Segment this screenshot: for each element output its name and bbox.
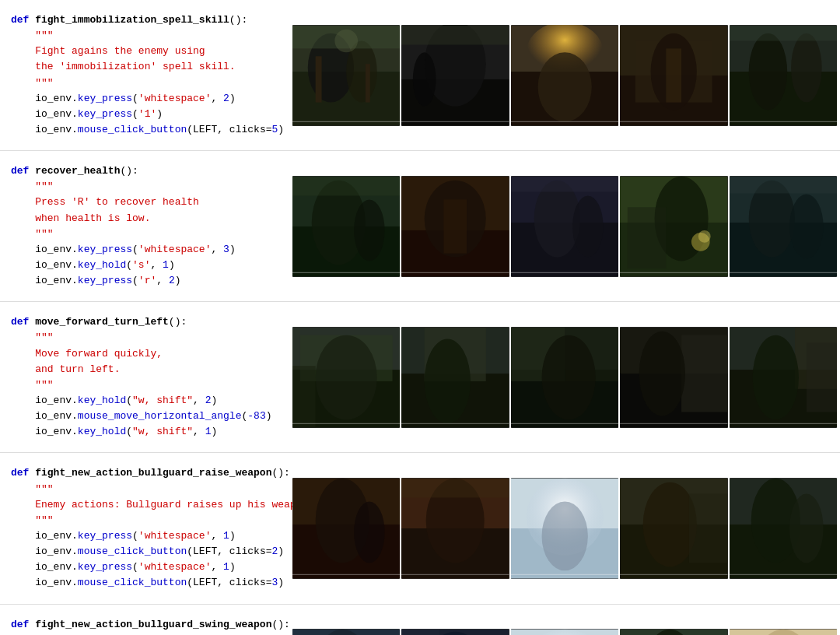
svg-rect-140 <box>730 630 837 635</box>
row-bullguard-raise-weapon: def fight_new_action_bullguard_raise_wea… <box>0 453 840 604</box>
images-panel-4 <box>288 461 840 595</box>
svg-rect-81 <box>681 335 727 412</box>
svg-rect-24 <box>667 48 682 102</box>
svg-rect-6 <box>316 56 322 102</box>
svg-rect-36 <box>292 176 400 195</box>
svg-point-82 <box>639 331 685 416</box>
game-img-3-4 <box>620 327 727 428</box>
game-img-3-1 <box>292 327 400 428</box>
svg-point-54 <box>698 230 711 243</box>
game-img-1-5 <box>730 25 837 126</box>
game-img-3-3 <box>511 327 618 428</box>
code-panel-4: def fight_new_action_bullguard_raise_wea… <box>0 461 288 595</box>
game-img-5-3 <box>511 629 618 635</box>
game-img-4-3 <box>511 478 618 579</box>
svg-point-107 <box>643 482 697 567</box>
images-panel-5: 公众号 量子位 <box>288 612 840 636</box>
game-img-1-4 <box>620 25 727 126</box>
row-fight-immobilization: def fight_immobilization_spell_skill(): … <box>0 0 840 151</box>
svg-point-18 <box>537 52 591 121</box>
svg-rect-108 <box>689 493 727 563</box>
row-move-forward-turn-left: def move_forward_turn_left(): """ Move f… <box>0 302 840 453</box>
code-panel-2: def recover_health(): """ Press 'R' to r… <box>0 159 288 293</box>
svg-rect-118 <box>292 630 400 635</box>
game-img-5-5 <box>730 629 837 635</box>
game-img-3-2 <box>401 327 509 428</box>
svg-rect-123 <box>401 630 439 635</box>
svg-point-71 <box>425 339 471 423</box>
svg-point-29 <box>791 33 822 102</box>
svg-point-103 <box>541 501 587 570</box>
game-img-5-4: 公众号 量子位 <box>620 629 727 635</box>
game-img-1-1 <box>292 25 400 126</box>
game-img-4-1 <box>292 478 400 579</box>
game-img-2-3 <box>511 176 618 277</box>
game-img-5-1 <box>292 629 400 635</box>
code-panel-5: def fight_new_action_bullguard_swing_wea… <box>0 612 288 636</box>
game-img-2-5 <box>730 176 837 277</box>
svg-rect-30 <box>730 25 837 40</box>
svg-point-113 <box>789 493 823 563</box>
svg-rect-60 <box>730 176 837 193</box>
game-img-1-3 <box>511 25 618 126</box>
svg-point-12 <box>413 52 436 106</box>
svg-rect-7 <box>366 64 370 102</box>
code-panel-3: def move_forward_turn_left(): """ Move f… <box>0 310 288 444</box>
svg-rect-66 <box>292 366 316 427</box>
svg-point-59 <box>789 194 823 258</box>
svg-rect-98 <box>401 479 509 498</box>
game-img-1-2 <box>401 25 509 126</box>
svg-point-77 <box>541 335 595 419</box>
game-img-2-2 <box>401 176 509 277</box>
svg-rect-13 <box>401 25 509 44</box>
svg-point-87 <box>752 335 798 419</box>
game-img-2-4 <box>620 176 727 277</box>
images-panel-3 <box>288 310 840 444</box>
svg-rect-52 <box>628 207 666 268</box>
images-panel-2 <box>288 159 840 293</box>
game-img-5-2 <box>401 629 509 635</box>
svg-point-93 <box>354 501 385 563</box>
row-recover-health: def recover_health(): """ Press 'R' to r… <box>0 151 840 302</box>
code-panel-1: def fight_immobilization_spell_skill(): … <box>0 8 288 142</box>
svg-point-35 <box>354 199 385 261</box>
svg-point-65 <box>316 335 377 419</box>
game-img-3-5 <box>730 327 837 428</box>
game-img-4-5 <box>730 478 837 579</box>
game-img-4-4 <box>620 478 727 579</box>
svg-point-28 <box>748 33 786 110</box>
game-img-4-2 <box>401 478 509 579</box>
svg-rect-88 <box>806 342 837 412</box>
svg-point-5 <box>334 29 358 52</box>
row-bullguard-swing-weapon: def fight_new_action_bullguard_swing_wea… <box>0 605 840 636</box>
svg-rect-47 <box>511 176 618 191</box>
images-panel-1 <box>288 8 840 142</box>
svg-point-46 <box>572 195 604 257</box>
svg-rect-41 <box>444 199 467 253</box>
game-img-2-1 <box>292 176 400 277</box>
